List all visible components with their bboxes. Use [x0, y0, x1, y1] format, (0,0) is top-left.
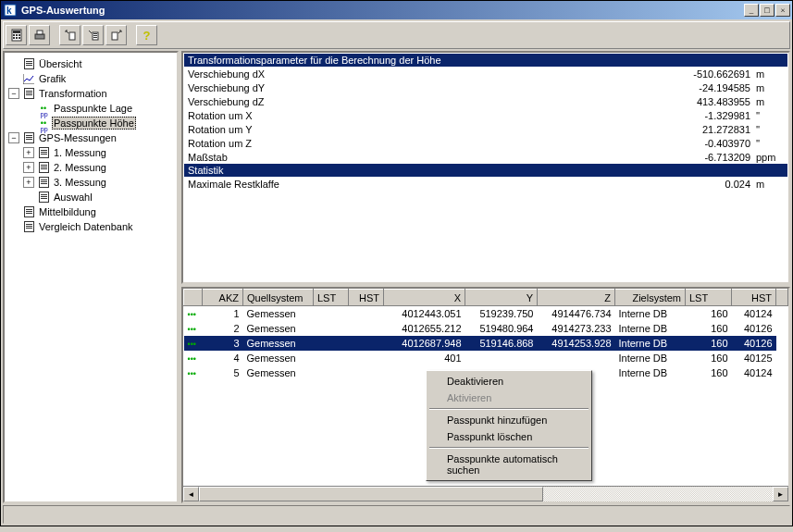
- tree-view[interactable]: Übersicht Grafik −Transformation ••Passp…: [3, 51, 179, 503]
- column-header[interactable]: Y: [465, 290, 538, 306]
- param-unit: '': [756, 110, 784, 121]
- cell-akz: 4: [203, 351, 243, 365]
- cell-x: 4012655.212: [384, 321, 465, 336]
- column-header[interactable]: AKZ: [203, 290, 243, 306]
- horizontal-scrollbar[interactable]: ◄ ►: [183, 486, 788, 501]
- doc-icon: [22, 131, 35, 144]
- collapse-toggle[interactable]: −: [8, 88, 19, 99]
- cell-z: 4914253.928: [538, 336, 615, 351]
- column-header[interactable]: X: [384, 290, 465, 306]
- close-button[interactable]: ×: [775, 4, 790, 17]
- cell-hst: [349, 365, 384, 380]
- cell-lst: [314, 365, 349, 380]
- tree-item-overview[interactable]: Übersicht: [37, 58, 83, 69]
- tool-help-button[interactable]: ?: [136, 25, 157, 45]
- param-label: Verschiebung dY: [188, 82, 645, 93]
- doc-icon: [22, 87, 35, 100]
- cell-z: 4914476.734: [538, 306, 615, 321]
- cell-hst2: 40126: [732, 336, 776, 351]
- menu-item-passpunkt-loeschen[interactable]: Passpunkt löschen: [428, 428, 589, 445]
- svg-rect-9: [19, 37, 20, 39]
- collapse-toggle[interactable]: −: [8, 132, 19, 143]
- cell-hst: [349, 336, 384, 351]
- tree-item-messung-2[interactable]: 2. Messung: [52, 162, 108, 173]
- tree-item-auswahl[interactable]: Auswahl: [52, 192, 94, 203]
- passpunkt-icon: ••: [37, 102, 50, 115]
- cell-hst: [349, 306, 384, 321]
- menu-item-auto-suchen[interactable]: Passpunkte automatisch suchen: [428, 451, 589, 478]
- column-header[interactable]: [776, 290, 788, 306]
- column-header[interactable]: Zielsystem: [615, 290, 686, 306]
- row-icon-header[interactable]: [184, 290, 203, 306]
- cell-y: 519239.750: [465, 306, 538, 321]
- doc-icon: [37, 191, 50, 204]
- cell-z: 4914273.233: [538, 321, 615, 336]
- column-header[interactable]: Quellsystem: [243, 290, 314, 306]
- svg-rect-3: [13, 31, 20, 33]
- param-header-transform: Transformationsparameter für die Berechn…: [184, 54, 787, 67]
- table-row[interactable]: •••1Gemessen4012443.051519239.7504914476…: [184, 306, 788, 321]
- row-icon-cell: •••: [184, 336, 203, 351]
- scroll-left-button[interactable]: ◄: [183, 487, 199, 501]
- param-value: -6.713209: [645, 152, 756, 163]
- passpunkt-icon: •••: [188, 369, 196, 378]
- cell-hst2: 40124: [732, 306, 776, 321]
- table-row[interactable]: •••3Gemessen4012687.948519146.8684914253…: [184, 336, 788, 351]
- menu-item-deaktivieren[interactable]: Deaktivieren: [428, 373, 589, 390]
- expand-toggle[interactable]: +: [23, 147, 34, 158]
- maximize-button[interactable]: □: [760, 4, 774, 17]
- column-header[interactable]: Z: [538, 290, 615, 306]
- param-label: Verschiebung dX: [188, 68, 645, 80]
- param-value: -0.403970: [645, 138, 756, 149]
- tree-item-mittelbildung[interactable]: Mittelbildung: [37, 206, 98, 217]
- tool-export2-button[interactable]: [82, 25, 104, 45]
- tree-item-grafik[interactable]: Grafik: [37, 73, 68, 84]
- table-row[interactable]: •••2Gemessen4012655.212519480.9644914273…: [184, 321, 788, 336]
- table-row[interactable]: •••4Gemessen401Interne DB16040125: [184, 351, 788, 365]
- tool-calc-button[interactable]: [6, 25, 27, 45]
- cell-hst: [349, 321, 384, 336]
- tool-print-button[interactable]: [29, 25, 50, 45]
- cell-x: 4012443.051: [384, 306, 465, 321]
- column-header[interactable]: HST: [349, 290, 384, 306]
- tool-export1-button[interactable]: [59, 25, 81, 45]
- tool-export3-button[interactable]: [105, 25, 127, 45]
- scroll-right-button[interactable]: ►: [773, 487, 788, 501]
- param-header-statistik: Statistik: [184, 164, 787, 177]
- doc-icon: [37, 161, 50, 174]
- doc-icon: [37, 146, 50, 159]
- cell-akz: 2: [203, 321, 243, 336]
- doc-icon: [22, 57, 35, 70]
- column-header[interactable]: HST: [732, 290, 776, 306]
- cell-quellsystem: Gemessen: [243, 336, 314, 351]
- doc-icon: [22, 205, 35, 218]
- cell-y: 519146.868: [465, 336, 538, 351]
- cell-quellsystem: Gemessen: [243, 306, 314, 321]
- cell-lst: [314, 321, 349, 336]
- svg-rect-17: [112, 32, 118, 40]
- window-title: GPS-Auswertung: [21, 5, 744, 16]
- cell-x: 401: [384, 351, 465, 365]
- param-value: -1.329981: [645, 110, 756, 121]
- tree-item-vergleich-db[interactable]: Vergleich Datenbank: [37, 221, 135, 232]
- tree-item-transformation[interactable]: Transformation: [37, 88, 109, 99]
- column-header[interactable]: LST: [686, 290, 732, 306]
- cell-zielsystem: Interne DB: [615, 336, 686, 351]
- expand-toggle[interactable]: +: [23, 162, 34, 173]
- tree-item-messung-1[interactable]: 1. Messung: [52, 147, 108, 158]
- minimize-button[interactable]: _: [744, 4, 759, 17]
- column-header[interactable]: LST: [314, 290, 349, 306]
- tree-item-passpunkte-lage[interactable]: Passpunkte Lage: [52, 103, 134, 114]
- tree-item-messung-3[interactable]: 3. Messung: [52, 177, 108, 188]
- cell-akz: 3: [203, 336, 243, 351]
- tree-item-passpunkte-hoehe[interactable]: Passpunkte Höhe: [52, 117, 136, 130]
- svg-rect-16: [93, 37, 97, 38]
- param-label: Rotation um Y: [188, 124, 645, 135]
- expand-toggle[interactable]: +: [23, 177, 34, 188]
- param-label: Rotation um Z: [188, 138, 645, 149]
- tree-item-gps-messungen[interactable]: GPS-Messungen: [37, 132, 118, 143]
- menu-item-passpunkt-hinzufuegen[interactable]: Passpunkt hinzufügen: [428, 412, 589, 428]
- svg-rect-7: [13, 37, 15, 39]
- param-label: Rotation um X: [188, 110, 645, 121]
- cell-z: [538, 351, 615, 365]
